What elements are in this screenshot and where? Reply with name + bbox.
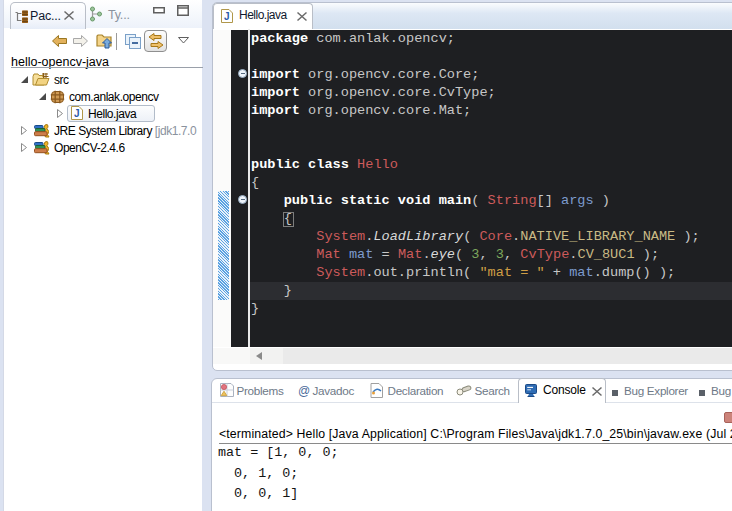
svg-text:J: J (74, 108, 79, 119)
svg-text:J: J (224, 11, 230, 22)
